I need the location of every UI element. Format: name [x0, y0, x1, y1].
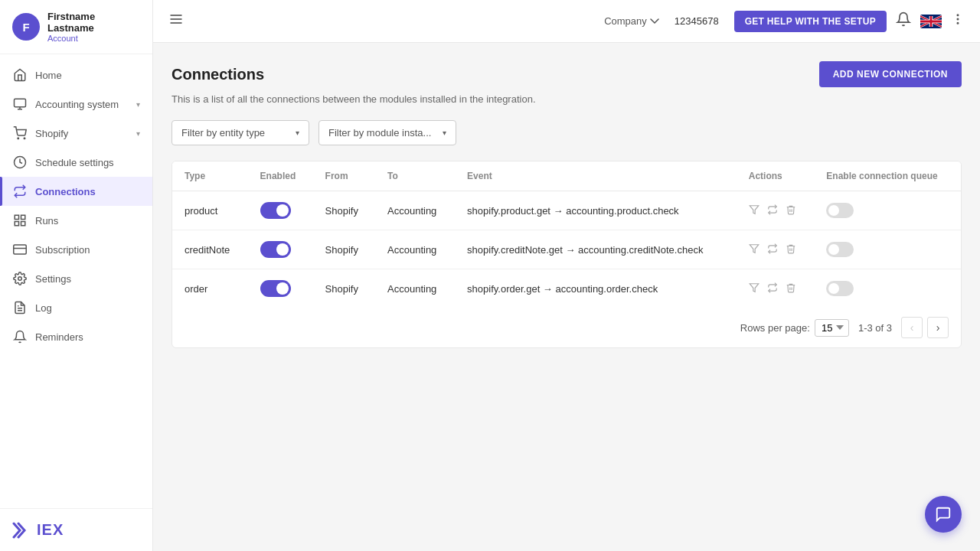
queue-toggle[interactable] [826, 281, 854, 296]
delete-action-icon[interactable] [786, 204, 796, 217]
cell-queue[interactable] [814, 230, 961, 269]
filter-action-icon[interactable] [749, 282, 760, 295]
sidebar-item-connections[interactable]: Connections [0, 177, 152, 206]
settings-icon [12, 271, 28, 286]
shopify-icon [12, 126, 28, 141]
company-chevron-icon [650, 18, 659, 24]
filter-action-icon[interactable] [749, 204, 760, 217]
col-queue: Enable connection queue [814, 161, 961, 191]
col-to: To [375, 161, 455, 191]
cell-to: Accounting [375, 269, 455, 308]
sidebar-item-reminders[interactable]: Reminders [0, 322, 152, 351]
sidebar-item-schedule[interactable]: Schedule settings [0, 148, 152, 177]
log-icon [12, 300, 28, 315]
language-flag[interactable] [920, 15, 942, 28]
table-row: creditNote Shopify Accounting shopify.cr… [172, 230, 961, 269]
entity-type-filter[interactable]: Filter by entity type ▾ [172, 120, 309, 145]
svg-marker-24 [750, 283, 759, 292]
sync-action-icon[interactable] [767, 282, 778, 295]
svg-rect-0 [15, 99, 26, 107]
cell-enabled[interactable] [248, 191, 313, 230]
sidebar-item-settings[interactable]: Settings [0, 264, 152, 293]
cell-to: Accounting [375, 191, 455, 230]
cell-queue[interactable] [814, 191, 961, 230]
sync-action-icon[interactable] [767, 204, 778, 217]
notifications-icon[interactable] [896, 11, 911, 31]
cell-from: Shopify [313, 230, 375, 269]
sidebar-item-subscription[interactable]: Subscription [0, 235, 152, 264]
col-type: Type [172, 161, 248, 191]
enabled-toggle[interactable] [260, 280, 291, 297]
help-button[interactable]: GET HELP WITH THE SETUP [734, 11, 887, 32]
cell-enabled[interactable] [248, 230, 313, 269]
cell-type: order [172, 269, 248, 308]
cell-event: shopify.product.get → accounting.product… [455, 191, 737, 230]
svg-marker-23 [750, 244, 759, 253]
connections-table-container: Type Enabled From To Event Actions Enabl… [172, 161, 962, 348]
company-label: Company [604, 15, 647, 27]
sidebar: F Firstname Lastname Account Home Accoun… [0, 0, 153, 551]
cell-to: Accounting [375, 230, 455, 269]
avatar: F [12, 13, 40, 41]
page-subtitle: This is a list of all the connections be… [172, 93, 962, 105]
cell-type: creditNote [172, 230, 248, 269]
cell-from: Shopify [313, 269, 375, 308]
module-filter-label: Filter by module insta... [328, 127, 431, 139]
sidebar-shopify-label: Shopify [35, 128, 129, 139]
sidebar-reminders-label: Reminders [35, 331, 140, 343]
svg-point-12 [18, 277, 22, 281]
cell-type: product [172, 191, 248, 230]
cell-actions [737, 230, 815, 269]
schedule-icon [12, 155, 28, 170]
subscription-icon [12, 242, 28, 257]
sidebar-item-home[interactable]: Home [0, 60, 152, 90]
svg-rect-9 [15, 222, 18, 226]
company-selector[interactable]: Company [604, 15, 659, 27]
sidebar-user-info: Firstname Lastname Account [47, 11, 140, 43]
enabled-toggle[interactable] [260, 241, 291, 258]
svg-rect-7 [21, 215, 25, 219]
connections-table: Type Enabled From To Event Actions Enabl… [172, 161, 961, 308]
sidebar-connections-label: Connections [35, 186, 140, 197]
page-navigation: ‹ › [901, 317, 949, 338]
queue-toggle[interactable] [826, 203, 854, 218]
chat-support-button[interactable] [925, 496, 962, 533]
cell-queue[interactable] [814, 269, 961, 308]
add-connection-button[interactable]: ADD NEW CONNECTION [819, 61, 962, 87]
cell-event: shopify.order.get → accounting.order.che… [455, 269, 737, 308]
table-header-row: Type Enabled From To Event Actions Enabl… [172, 161, 961, 191]
sidebar-home-label: Home [35, 70, 140, 81]
filter-action-icon[interactable] [749, 243, 760, 256]
next-page-button[interactable]: › [927, 317, 949, 338]
svg-rect-8 [21, 222, 25, 226]
page-title: Connections [172, 66, 264, 83]
sidebar-user-name: Firstname Lastname [47, 11, 140, 34]
sidebar-item-accounting[interactable]: Accounting system ▾ [0, 90, 152, 119]
queue-toggle[interactable] [826, 242, 854, 257]
main-area: Company 12345678 GET HELP WITH THE SETUP… [153, 0, 980, 551]
table-row: product Shopify Accounting shopify.produ… [172, 191, 961, 230]
delete-action-icon[interactable] [786, 243, 796, 256]
menu-icon[interactable] [168, 11, 184, 31]
sidebar-item-shopify[interactable]: Shopify ▾ [0, 119, 152, 148]
page-content: Connections ADD NEW CONNECTION This is a… [153, 43, 980, 551]
sidebar-logo: IEX [0, 508, 152, 551]
rows-per-page-select[interactable]: 15 25 50 [815, 319, 849, 337]
filters-row: Filter by entity type ▾ Filter by module… [172, 120, 962, 145]
cell-enabled[interactable] [248, 269, 313, 308]
rows-per-page-label: Rows per page: [740, 322, 810, 334]
more-options-icon[interactable] [951, 12, 965, 30]
chevron-down-icon: ▾ [136, 129, 140, 138]
col-event: Event [455, 161, 737, 191]
sidebar-subscription-label: Subscription [35, 244, 140, 256]
module-instance-filter[interactable]: Filter by module insta... ▾ [318, 120, 456, 145]
enabled-toggle[interactable] [260, 202, 291, 219]
sidebar-item-runs[interactable]: Runs [0, 206, 152, 235]
topbar: Company 12345678 GET HELP WITH THE SETUP [153, 0, 980, 43]
sidebar-schedule-label: Schedule settings [35, 157, 140, 168]
svg-point-4 [24, 138, 25, 139]
delete-action-icon[interactable] [786, 282, 796, 295]
prev-page-button[interactable]: ‹ [901, 317, 923, 338]
sidebar-item-log[interactable]: Log [0, 293, 152, 322]
sync-action-icon[interactable] [767, 243, 778, 256]
